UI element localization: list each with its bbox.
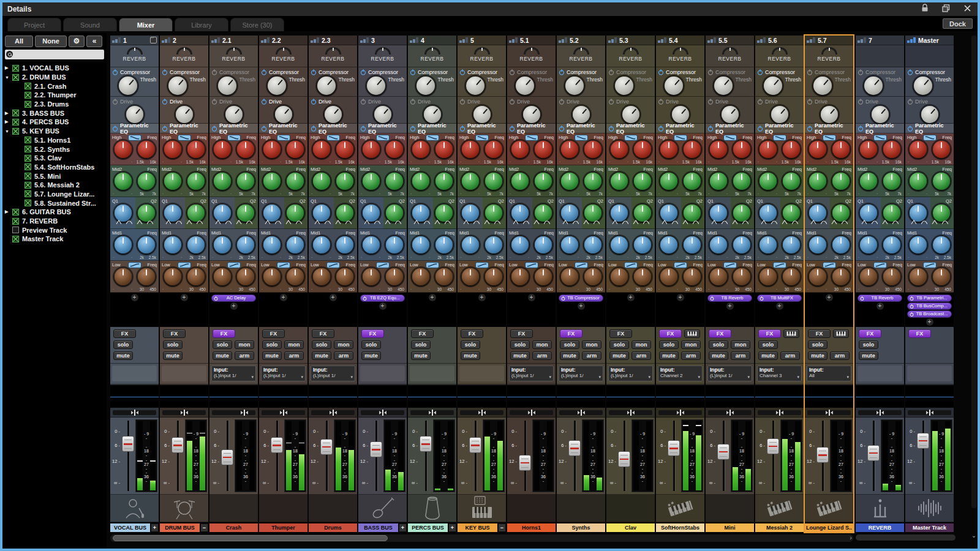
track-name-label[interactable]: Mini xyxy=(706,523,754,532)
eq-power-icon[interactable] xyxy=(509,126,515,132)
channel-header[interactable]: 5.5 xyxy=(706,36,754,45)
compressor-power-icon[interactable] xyxy=(658,69,664,75)
eq-knob-freq[interactable] xyxy=(634,268,651,285)
track-name-label[interactable]: VOCAL BUS xyxy=(110,523,150,532)
eq-knob-freq[interactable] xyxy=(634,141,651,158)
gear-icon[interactable]: ⚙ xyxy=(69,36,85,47)
channel-header[interactable]: 7 xyxy=(856,36,904,45)
arm-button[interactable]: arm xyxy=(582,351,601,360)
eq-knob-gain[interactable] xyxy=(910,173,927,190)
fader-track[interactable] xyxy=(319,419,334,492)
reverb-send-knob[interactable] xyxy=(276,47,292,54)
thresh-knob[interactable] xyxy=(317,77,336,95)
eq-knob-freq[interactable] xyxy=(933,141,950,158)
compressor-power-icon[interactable] xyxy=(261,69,267,75)
add-fx-button[interactable]: + xyxy=(408,294,456,301)
pan-marker[interactable] xyxy=(926,410,933,416)
solo-button[interactable]: solo xyxy=(312,340,331,349)
thresh-knob[interactable] xyxy=(864,77,883,95)
reverb-send-knob[interactable] xyxy=(474,47,490,54)
fader-track[interactable] xyxy=(866,419,881,492)
channel-header[interactable]: 2.3 xyxy=(309,36,357,45)
thresh-knob[interactable] xyxy=(764,77,782,95)
low-shelf-icon[interactable] xyxy=(674,262,687,268)
fader-track[interactable] xyxy=(170,419,185,492)
track-checkbox[interactable] xyxy=(24,173,31,179)
plugin-power-icon[interactable] xyxy=(910,312,914,318)
reverb-send-knob[interactable] xyxy=(226,47,242,54)
compressor-power-icon[interactable] xyxy=(757,69,763,75)
fader-handle[interactable] xyxy=(717,444,729,460)
pan-marker[interactable] xyxy=(280,410,287,416)
fx-button[interactable]: FX xyxy=(709,329,731,338)
eq-power-icon[interactable] xyxy=(608,126,614,132)
pan-slider[interactable] xyxy=(507,408,556,418)
mute-button[interactable]: mute xyxy=(262,351,282,360)
compressor-power-icon[interactable] xyxy=(608,69,614,75)
thresh-knob[interactable] xyxy=(516,77,534,95)
track-name-label[interactable]: Drums xyxy=(309,523,357,532)
thresh-knob[interactable] xyxy=(615,77,633,95)
solo-button[interactable]: solo xyxy=(609,340,629,349)
fx-button[interactable]: FX xyxy=(859,329,881,338)
fader-handle[interactable] xyxy=(816,447,829,463)
mute-button[interactable]: mute xyxy=(709,351,728,360)
fader-handle[interactable] xyxy=(917,433,929,449)
track-checkbox[interactable] xyxy=(12,65,19,72)
pan-marker[interactable] xyxy=(131,410,138,416)
pan-slider[interactable] xyxy=(358,408,407,418)
all-button[interactable]: All xyxy=(5,36,33,47)
eq-knob-freq[interactable] xyxy=(584,236,601,253)
eq-knob-freq[interactable] xyxy=(485,141,502,158)
reverb-send-knob[interactable] xyxy=(772,47,788,54)
fx-button[interactable]: FX xyxy=(213,329,235,338)
fader-track[interactable] xyxy=(121,419,135,492)
track-checkbox[interactable] xyxy=(12,209,19,216)
eq-knob-gain[interactable] xyxy=(313,236,330,253)
compressor-power-icon[interactable] xyxy=(410,69,416,75)
thresh-knob[interactable] xyxy=(466,77,484,95)
eq-knob-gain[interactable] xyxy=(412,236,429,253)
pan-marker[interactable] xyxy=(379,410,386,416)
eq-knob-gain[interactable] xyxy=(214,268,231,285)
solo-button[interactable]: solo xyxy=(163,340,183,349)
track-checkbox[interactable] xyxy=(12,74,19,81)
eq-knob-freq[interactable] xyxy=(733,268,750,285)
eq-knob-gain[interactable] xyxy=(660,268,677,285)
fx-button[interactable]: FX xyxy=(411,329,434,338)
track-name-label[interactable]: Lounge Lizard S.. xyxy=(805,523,853,532)
pan-marker[interactable] xyxy=(330,410,337,416)
arm-button[interactable]: arm xyxy=(681,351,701,360)
eq-knob-freq[interactable] xyxy=(237,173,254,190)
mute-button[interactable]: mute xyxy=(808,351,827,360)
drive-power-icon[interactable] xyxy=(608,99,614,105)
high-shelf-icon[interactable] xyxy=(326,135,340,141)
mon-button[interactable]: mon xyxy=(631,340,651,349)
sidebar-item[interactable]: 5.6. Messiah 2 xyxy=(5,181,107,190)
sidebar-item[interactable]: 2.2. Thumper xyxy=(5,91,107,100)
eq-knob-gain[interactable] xyxy=(809,268,826,285)
sidebar-item[interactable]: 2.1. Crash xyxy=(5,81,107,91)
fx-plugin-chip[interactable]: TB BusComp... xyxy=(907,302,952,310)
track-checkbox[interactable] xyxy=(12,119,19,126)
mute-button[interactable]: mute xyxy=(163,351,183,360)
low-shelf-icon[interactable] xyxy=(525,262,538,268)
reverb-send-knob[interactable] xyxy=(623,47,639,54)
restore-window-icon[interactable] xyxy=(942,4,950,12)
add-fx-button[interactable]: + xyxy=(656,294,704,301)
fader-track[interactable] xyxy=(666,419,681,492)
eq-knob-freq[interactable] xyxy=(584,173,601,190)
channel-header[interactable]: 3 xyxy=(358,36,407,45)
fx-button[interactable]: FX xyxy=(808,329,831,338)
drive-power-icon[interactable] xyxy=(559,99,565,105)
mute-button[interactable]: mute xyxy=(213,351,232,360)
eq-power-icon[interactable] xyxy=(658,126,664,132)
solo-button[interactable]: solo xyxy=(709,340,728,349)
eq-knob-freq[interactable] xyxy=(535,236,552,253)
eq-knob-gain[interactable] xyxy=(363,268,380,285)
plugin-power-icon[interactable] xyxy=(214,296,218,302)
drive-knob[interactable] xyxy=(176,106,193,123)
add-fx-button[interactable]: + xyxy=(259,294,307,301)
solo-button[interactable]: solo xyxy=(510,340,530,349)
eq-knob-gain[interactable] xyxy=(511,141,529,158)
